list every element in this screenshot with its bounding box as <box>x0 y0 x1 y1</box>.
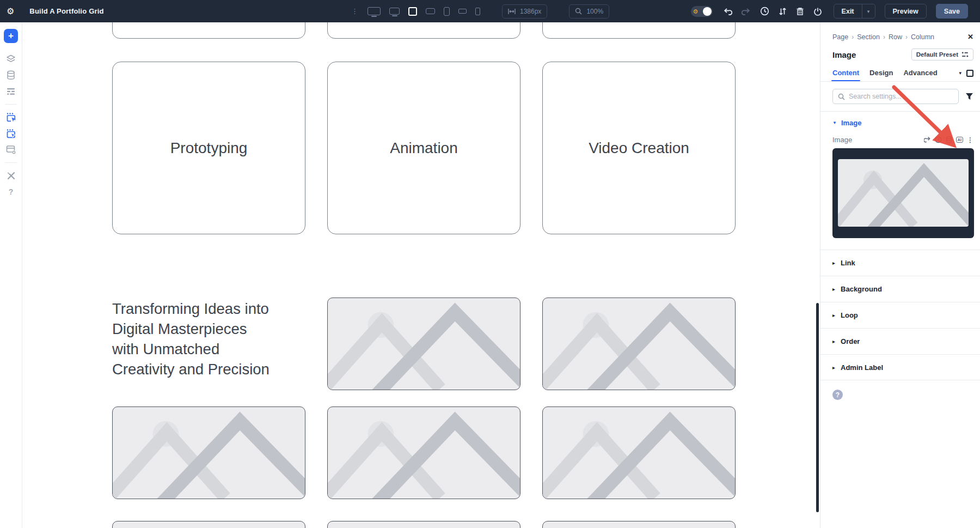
mountain-placeholder-icon <box>838 159 969 227</box>
theme-toggle[interactable]: ⚙ <box>691 6 713 17</box>
layout-list-button[interactable] <box>4 83 18 100</box>
device-phone-landscape-icon[interactable] <box>458 9 467 14</box>
builder-canvas[interactable]: Prototyping Animation Video Creation Tra… <box>22 22 816 528</box>
default-preset-button[interactable]: Default Preset <box>911 48 973 60</box>
image-placeholder[interactable] <box>327 298 520 390</box>
breadcrumb-separator-icon: › <box>852 33 854 41</box>
database-panel-button[interactable] <box>4 67 18 83</box>
breadcrumb-section[interactable]: Section <box>857 33 880 41</box>
breadcrumb-row[interactable]: Row <box>889 33 902 41</box>
device-desktop-icon[interactable] <box>389 8 400 15</box>
reset-icon[interactable] <box>924 136 931 143</box>
preview-button[interactable]: Preview <box>885 4 927 19</box>
service-card-label: Prototyping <box>170 139 248 157</box>
triangle-right-icon: ▸ <box>832 286 835 292</box>
database-icon <box>7 70 15 80</box>
section-loop[interactable]: ▸ Loop <box>820 302 980 328</box>
device-tablet-landscape-icon[interactable] <box>426 8 435 14</box>
breadcrumb: Page › Section › Row › Column ✕ <box>832 22 973 41</box>
device-desktop-xl-icon[interactable] <box>367 7 381 15</box>
panel-help-button[interactable]: ? <box>832 390 843 400</box>
exit-button[interactable]: Exit <box>834 4 862 19</box>
device-tablet-active-icon[interactable] <box>408 7 417 16</box>
image-placeholder-partial[interactable] <box>112 521 305 528</box>
settings-search[interactable] <box>832 89 959 104</box>
toggle-knob <box>703 7 712 16</box>
image-placeholder[interactable] <box>542 298 736 390</box>
select-module-button[interactable] <box>4 109 18 125</box>
tab-content[interactable]: Content <box>832 69 859 81</box>
section-background[interactable]: ▸ Background <box>820 276 980 302</box>
module-settings-panel: Page › Section › Row › Column ✕ Image De… <box>820 22 980 528</box>
image-placeholder[interactable] <box>542 406 736 499</box>
select-multiple-button[interactable] <box>4 125 18 142</box>
portfolio-heading[interactable]: Transforming Ideas into Digital Masterpi… <box>112 299 297 379</box>
builder-settings-gear-icon[interactable]: ⚙ <box>7 7 14 16</box>
sidebar-divider <box>5 104 17 105</box>
image-placeholder[interactable] <box>112 406 305 499</box>
help-button[interactable]: ? <box>4 184 18 200</box>
exit-dropdown-caret[interactable]: ▾ <box>862 4 875 19</box>
mountain-placeholder-icon <box>113 407 305 499</box>
settings-tabs: Content Design Advanced ▾ <box>832 68 973 81</box>
device-phone-portrait-icon[interactable] <box>444 7 450 16</box>
more-options-icon[interactable]: ⋮ <box>967 136 973 144</box>
mountain-placeholder-icon <box>328 407 520 499</box>
table-gear-icon <box>6 145 16 155</box>
image-placeholder-partial[interactable] <box>327 521 520 528</box>
service-card-label: Animation <box>390 139 458 157</box>
history-clock-icon[interactable] <box>935 136 942 143</box>
tools-icon <box>7 171 16 180</box>
sort-layers-icon[interactable] <box>779 7 787 16</box>
question-mark-icon: ? <box>836 391 840 399</box>
dynamic-content-icon[interactable] <box>946 136 952 143</box>
image-group-header[interactable]: ▼ Image <box>832 112 973 133</box>
section-order[interactable]: ▸ Order <box>820 328 980 354</box>
service-card[interactable]: Prototyping <box>112 62 305 234</box>
panel-title: Image <box>832 50 856 59</box>
section-link[interactable]: ▸ Link <box>820 250 980 276</box>
service-card[interactable]: Video Creation <box>542 62 736 234</box>
table-settings-button[interactable] <box>4 142 18 158</box>
settings-search-input[interactable] <box>849 93 953 100</box>
device-phone-small-icon[interactable] <box>475 8 480 15</box>
ai-assist-icon[interactable]: AI <box>956 137 964 143</box>
expand-modal-icon[interactable] <box>966 70 973 77</box>
trash-icon[interactable] <box>796 7 804 16</box>
breadcrumb-column[interactable]: Column <box>911 33 934 41</box>
divider <box>820 81 980 82</box>
mountain-placeholder-icon <box>543 298 735 390</box>
layout-list-icon <box>7 88 15 95</box>
zoom-field[interactable]: 100% <box>569 4 609 19</box>
service-card-partial[interactable] <box>327 22 520 39</box>
page-title: Build A Portfolio Grid <box>29 7 103 15</box>
tab-design[interactable]: Design <box>869 69 893 81</box>
breadcrumb-page[interactable]: Page <box>832 33 848 41</box>
viewport-width-field[interactable]: 1386px <box>502 4 547 19</box>
sidebar-divider <box>5 162 17 163</box>
toolbar-drag-handle-icon[interactable]: ⋮ <box>351 7 358 15</box>
image-placeholder[interactable] <box>327 406 520 499</box>
power-icon[interactable] <box>813 7 822 16</box>
image-placeholder-partial[interactable] <box>542 521 736 528</box>
service-card[interactable]: Animation <box>327 62 520 234</box>
section-admin-label[interactable]: ▸ Admin Label <box>820 354 980 380</box>
panel-scrollbar[interactable] <box>816 303 819 512</box>
tabs-options-caret-icon[interactable]: ▾ <box>959 70 961 76</box>
service-card-partial[interactable] <box>542 22 736 39</box>
undo-icon[interactable] <box>723 7 732 16</box>
image-preview-frame[interactable] <box>832 148 974 238</box>
filter-funnel-icon[interactable] <box>965 93 973 100</box>
triangle-right-icon: ▸ <box>832 338 835 344</box>
add-module-button[interactable]: + <box>4 29 18 43</box>
redo-icon[interactable] <box>742 7 751 16</box>
save-button[interactable]: Save <box>936 4 968 19</box>
service-card-partial[interactable] <box>112 22 305 39</box>
width-arrows-icon <box>508 9 516 14</box>
layers-panel-button[interactable] <box>4 51 18 67</box>
close-icon: ✕ <box>967 33 973 41</box>
tools-button[interactable] <box>4 167 18 184</box>
history-icon[interactable] <box>760 7 769 16</box>
close-panel-button[interactable]: ✕ <box>967 33 973 41</box>
tab-advanced[interactable]: Advanced <box>903 69 937 81</box>
